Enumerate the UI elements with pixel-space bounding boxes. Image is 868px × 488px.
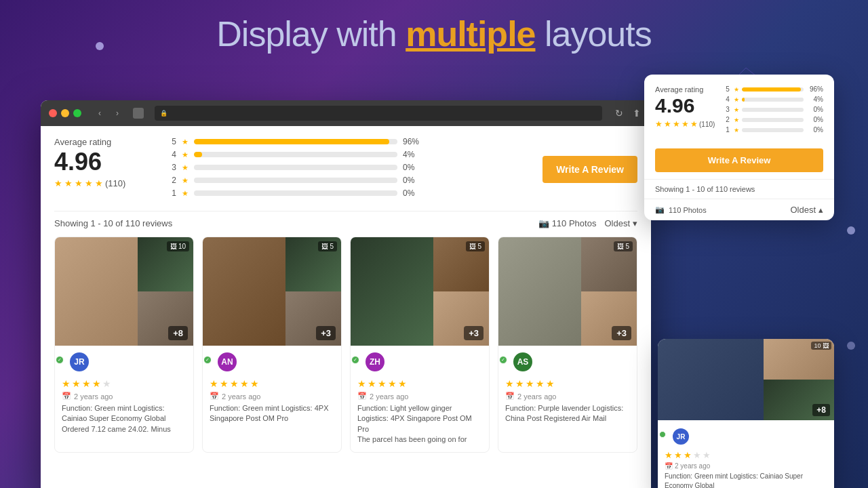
floating-bar-row-2: 2 ★ 0% <box>726 116 823 123</box>
oldest-sort-button[interactable]: Oldest ▾ <box>604 218 637 228</box>
bar-row-1: 1 ★ 0% <box>170 188 522 198</box>
review-card: 🖼 5 +3 ZH ✓ ★ ★ ★ <box>350 237 490 453</box>
card-text-2: Ordered 7.12 came 24.02. Minus <box>62 424 186 434</box>
card-text: Function: Green mint Logistics: Cainiao … <box>62 403 186 424</box>
photo-count-badge: 🖼 10 <box>167 241 189 251</box>
floating-meta: Showing 1 - 10 of 110 reviews <box>644 179 834 199</box>
card-text: Function: Purple lavender Logistics: Chi… <box>505 403 630 424</box>
floating-avg-label: Average rating <box>655 85 715 94</box>
verified-badge: ✓ <box>351 356 359 364</box>
tab-icon <box>133 108 144 119</box>
avg-rating-block: Average rating 4.96 ★ ★ ★ ★ ★ (110) <box>54 137 149 188</box>
bar-track-4 <box>194 152 397 157</box>
verified-badge: ✓ <box>56 356 64 364</box>
star-2: ★ <box>64 178 73 188</box>
showing-text: Showing 1 - 10 of 110 reviews <box>54 218 172 228</box>
close-button[interactable] <box>49 109 57 117</box>
floating-photos-text: 110 Photos <box>669 206 707 214</box>
bar-track-1 <box>194 190 397 196</box>
address-bar[interactable]: 🔒 <box>155 106 602 121</box>
camera-icon: 📷 <box>538 218 549 228</box>
floating-bars: 5 ★ 96% 4 ★ 4% 3 ★ <box>726 85 823 136</box>
snippet-secondary-image-2: +8 <box>764 380 834 420</box>
reviews-section: Average rating 4.96 ★ ★ ★ ★ ★ (110) 5 <box>41 126 651 460</box>
card-body: ZH ✓ ★ ★ ★ ★ ★ 📅 2 years ago <box>351 346 489 452</box>
floating-write-review-button[interactable]: Write A Review <box>655 148 823 172</box>
verified-badge: ✓ <box>203 356 212 364</box>
refresh-icon[interactable]: ↻ <box>613 107 625 119</box>
chevron-up-icon: ▴ <box>818 205 823 215</box>
review-card: 🖼 10 +8 JR ✓ ★ ★ ★ <box>54 237 194 453</box>
stars-row: ★ ★ ★ ★ ★ (110) <box>54 178 149 188</box>
floating-review-snippet: 10 🖼 +8 JR ★ ★ ★ ★ ★ 📅 2 years ago Funct… <box>658 339 834 488</box>
rating-header: Average rating 4.96 ★ ★ ★ ★ ★ (110) 5 <box>54 137 637 201</box>
card-main-image <box>498 237 581 346</box>
bar-row-2: 2 ★ 0% <box>170 176 522 185</box>
title-end: layouts <box>545 14 652 54</box>
calendar-icon: 📅 <box>210 392 219 401</box>
title-highlight: multiple <box>406 14 535 54</box>
rating-bars: 5 ★ 96% 4 ★ 4% <box>170 137 522 201</box>
browser-chrome: ‹ › 🔒 ↻ ⬆ <box>41 100 651 126</box>
floating-bar-track <box>742 87 804 92</box>
snippet-body: JR ★ ★ ★ ★ ★ 📅 2 years ago Function: Gre… <box>658 420 834 488</box>
floating-review-widget: Average rating 4.96 ★ ★ ★ ★ ★ (110) 5 ★ <box>644 75 834 220</box>
floating-bar-track <box>742 98 804 102</box>
forward-button[interactable]: › <box>110 106 125 121</box>
snippet-text: Function: Green mint Logistics: Cainiao … <box>665 472 827 488</box>
photo-count-badge: 🖼 5 <box>318 241 337 251</box>
floating-bar-fill <box>742 98 745 102</box>
title-text: Display with <box>216 14 396 54</box>
rating-count: (110) <box>105 178 125 188</box>
write-review-button[interactable]: Write A Review <box>542 156 637 183</box>
photo-count-badge: 🖼 5 <box>466 241 485 251</box>
star-3: ★ <box>75 178 83 188</box>
calendar-icon: 📅 <box>62 392 71 401</box>
card-date: 📅 2 years ago <box>210 392 334 401</box>
camera-icon: 📷 <box>655 205 665 214</box>
browser-content: Average rating 4.96 ★ ★ ★ ★ ★ (110) 5 <box>41 126 651 488</box>
calendar-icon: 📅 <box>665 462 673 470</box>
snippet-secondary-image-1: 10 🖼 <box>764 339 834 380</box>
floating-avg-number: 4.96 <box>655 96 715 116</box>
image-icon: 🖼 <box>321 243 328 250</box>
browser-dots <box>49 109 81 117</box>
maximize-button[interactable] <box>73 109 81 117</box>
floating-bar-row-4: 4 ★ 4% <box>726 96 823 103</box>
snippet-extra-count: +8 <box>812 404 830 416</box>
card-text: Function: Green mint Logistics: 4PX Sing… <box>210 403 334 424</box>
bar-fill-4 <box>194 152 202 157</box>
floating-bar-track <box>742 118 804 122</box>
star-1: ★ <box>54 178 62 188</box>
browser-actions: ↻ ⬆ <box>613 107 643 119</box>
snippet-verified-badge <box>659 431 666 438</box>
floating-oldest-button[interactable]: Oldest ▴ <box>790 205 823 215</box>
photos-link[interactable]: 📷 110 Photos <box>538 218 597 228</box>
floating-rating-count: (110) <box>699 121 715 128</box>
review-card: 🖼 5 +3 AN ✓ ★ ★ ★ <box>202 237 342 453</box>
snippet-main-image <box>658 339 764 420</box>
card-stars: ★ ★ ★ ★ ★ <box>505 378 630 389</box>
card-text-2: The parcel has been going on for <box>357 434 482 445</box>
floating-bar-track <box>742 108 804 112</box>
calendar-icon: 📅 <box>505 392 515 401</box>
card-date: 📅 2 years ago <box>505 392 630 401</box>
svg-point-10 <box>847 226 855 235</box>
floating-bar-fill <box>742 87 801 92</box>
minimize-button[interactable] <box>61 109 69 117</box>
bar-star-icon: ★ <box>182 138 189 146</box>
card-date: 📅 2 years ago <box>357 392 482 401</box>
floating-stars: ★ ★ ★ ★ ★ (110) <box>655 119 715 129</box>
floating-meta-photos: 📷 110 Photos Oldest ▴ <box>644 199 834 220</box>
browser-nav: ‹ › <box>92 106 125 121</box>
bar-track-5 <box>194 139 397 144</box>
bar-track-3 <box>194 165 397 170</box>
share-icon[interactable]: ⬆ <box>631 107 643 119</box>
card-date: 📅 2 years ago <box>62 392 186 401</box>
card-images: 🖼 5 +3 <box>203 237 341 346</box>
snippet-badge: 10 🖼 <box>811 342 831 350</box>
review-card: 🖼 5 +3 AS ✓ ★ ★ ★ <box>498 237 637 453</box>
back-button[interactable]: ‹ <box>92 106 107 121</box>
photo-count-badge: 🖼 5 <box>614 241 633 251</box>
bar-fill-5 <box>194 139 389 144</box>
